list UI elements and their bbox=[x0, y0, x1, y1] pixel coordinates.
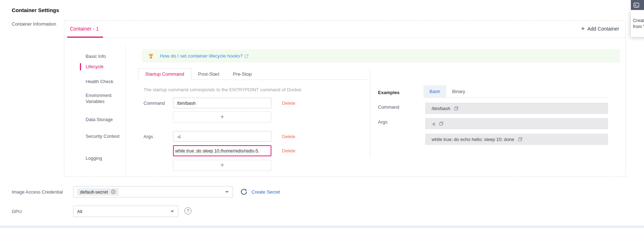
page-title: Container Settings bbox=[12, 7, 59, 13]
lifecycle-help-banner: How do I set container lifecycle hooks? bbox=[142, 49, 620, 63]
next-section-divider bbox=[0, 226, 644, 228]
tab-binary[interactable]: Binary bbox=[446, 85, 471, 97]
chevron-down-icon bbox=[171, 211, 174, 212]
example-arg-1-value: -c bbox=[432, 121, 435, 126]
example-command-row: /bin/bash bbox=[425, 103, 608, 114]
sidebar-item-lifecycle[interactable]: Lifecycle bbox=[86, 64, 125, 70]
add-command-button[interactable]: + bbox=[173, 112, 271, 123]
examples-divider bbox=[370, 70, 370, 157]
selected-secret-value: default-secret bbox=[80, 189, 108, 195]
container-settings-page: Container Settings Container Information… bbox=[0, 0, 644, 228]
plus-icon: + bbox=[220, 161, 224, 169]
active-tab-underline bbox=[67, 37, 103, 38]
delete-arg-2-link[interactable]: Delete bbox=[282, 148, 296, 153]
image-access-credential-label: Image Access Credential bbox=[12, 189, 63, 195]
sidebar-item-environment-variables[interactable]: Environment Variables bbox=[86, 92, 125, 104]
tab-post-start[interactable]: Post-Start bbox=[191, 68, 226, 80]
args-label: Args bbox=[144, 134, 153, 139]
plus-icon: + bbox=[220, 113, 224, 121]
gpu-selected-value: All bbox=[77, 209, 82, 214]
tab-container-1[interactable]: Container - 1 bbox=[70, 26, 99, 32]
command-label: Command bbox=[144, 101, 165, 106]
tab-bash[interactable]: Bash bbox=[423, 85, 446, 97]
sidebar-item-logging[interactable]: Logging bbox=[86, 155, 125, 161]
examples-args-label: Args bbox=[378, 119, 388, 125]
create-from-yaml-button[interactable]: Create from YAML bbox=[631, 11, 644, 37]
delete-arg-1-link[interactable]: Delete bbox=[282, 134, 296, 139]
add-arg-button[interactable]: + bbox=[173, 160, 271, 171]
create-secret-link[interactable]: Create Secret bbox=[251, 189, 280, 195]
delete-command-link[interactable]: Delete bbox=[282, 101, 296, 106]
lifecycle-help-link[interactable]: How do I set container lifecycle hooks? bbox=[160, 53, 243, 59]
startup-command-description: The startup command corresponds to the E… bbox=[144, 87, 302, 92]
tab-startup-command[interactable]: Startup Command bbox=[138, 68, 191, 80]
arg-input-1[interactable] bbox=[173, 131, 271, 142]
plus-icon: + bbox=[581, 25, 585, 32]
container-information-label: Container Information bbox=[12, 21, 56, 27]
copy-icon[interactable] bbox=[518, 137, 523, 142]
example-arg-row-2: while true; do echo hello; sleep 10; don… bbox=[425, 134, 608, 145]
tab-pre-stop[interactable]: Pre-Stop bbox=[226, 68, 259, 80]
sidebar-item-health-check[interactable]: Health Check bbox=[86, 78, 125, 85]
external-link-icon bbox=[244, 54, 249, 58]
copy-icon[interactable] bbox=[454, 106, 459, 111]
add-container-label: Add Container bbox=[587, 26, 619, 32]
create-from-yaml-header[interactable] bbox=[631, 0, 644, 10]
example-arg-row-1: -c bbox=[425, 118, 608, 129]
examples-tabs: Bash Binary bbox=[423, 85, 608, 98]
examples-title: Examples bbox=[378, 90, 400, 95]
chevron-down-icon bbox=[225, 191, 229, 193]
image-access-credential-select[interactable]: default-secret × bbox=[73, 186, 233, 197]
help-icon[interactable]: ? bbox=[184, 207, 191, 215]
gpu-select[interactable]: All bbox=[73, 206, 178, 217]
refresh-icon[interactable] bbox=[240, 188, 248, 195]
arg-input-2-focused[interactable] bbox=[173, 145, 271, 156]
container-panel: Container - 1 + Add Container Basic Info… bbox=[64, 21, 626, 177]
clear-icon[interactable]: × bbox=[111, 189, 116, 194]
sidebar-divider bbox=[125, 45, 126, 177]
terminal-icon bbox=[633, 2, 639, 8]
lifecycle-tabs: Startup Command Post-Start Pre-Stop bbox=[138, 68, 368, 80]
sidebar-item-security-context[interactable]: Security Context bbox=[86, 133, 125, 139]
command-input[interactable] bbox=[173, 98, 271, 108]
add-container-button[interactable]: + Add Container bbox=[581, 25, 619, 32]
sidebar-item-basic-info[interactable]: Basic Info bbox=[86, 53, 125, 59]
container-tabstrip-divider bbox=[64, 38, 626, 38]
examples-command-label: Command bbox=[378, 104, 399, 110]
sidebar-item-data-storage[interactable]: Data Storage bbox=[86, 116, 125, 123]
trophy-icon bbox=[148, 53, 154, 59]
example-command-value: /bin/bash bbox=[432, 106, 450, 111]
create-from-yaml-label: Create from YAML bbox=[631, 18, 644, 30]
gpu-label: GPU bbox=[12, 209, 22, 214]
selected-secret-chip: default-secret × bbox=[77, 188, 119, 196]
example-arg-2-value: while true; do echo hello; sleep 10; don… bbox=[432, 137, 514, 142]
copy-icon[interactable] bbox=[439, 121, 444, 126]
